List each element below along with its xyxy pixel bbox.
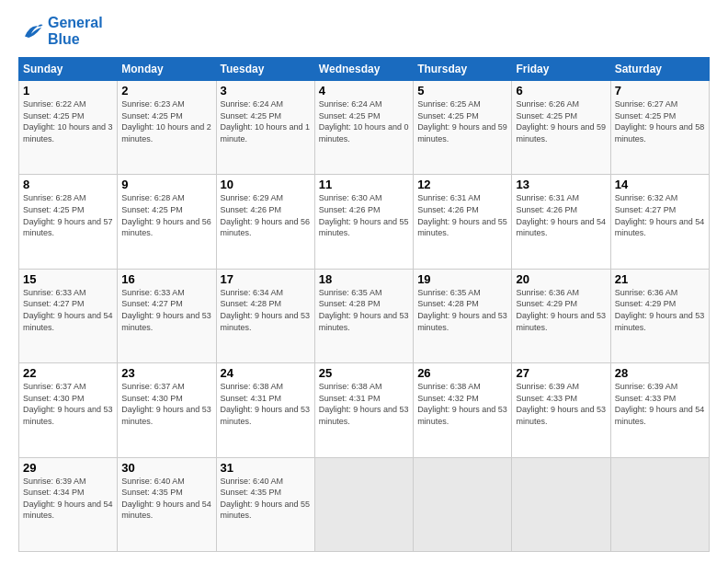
calendar-week-1: 1 Sunrise: 6:22 AMSunset: 4:25 PMDayligh… <box>19 81 710 175</box>
weekday-header-monday: Monday <box>118 58 216 81</box>
day-info: Sunrise: 6:33 AMSunset: 4:27 PMDaylight:… <box>23 288 113 332</box>
day-info: Sunrise: 6:40 AMSunset: 4:35 PMDaylight:… <box>221 477 311 521</box>
calendar-cell: 28 Sunrise: 6:39 AMSunset: 4:33 PMDaylig… <box>610 363 709 457</box>
day-info: Sunrise: 6:29 AMSunset: 4:26 PMDaylight:… <box>221 193 311 237</box>
day-info: Sunrise: 6:35 AMSunset: 4:28 PMDaylight:… <box>417 288 507 332</box>
day-number: 2 <box>121 84 211 98</box>
calendar-cell: 17 Sunrise: 6:34 AMSunset: 4:28 PMDaylig… <box>216 269 314 362</box>
day-number: 9 <box>121 178 211 191</box>
day-number: 22 <box>23 366 113 380</box>
day-info: Sunrise: 6:36 AMSunset: 4:29 PMDaylight:… <box>516 288 606 332</box>
day-info: Sunrise: 6:34 AMSunset: 4:28 PMDaylight:… <box>221 288 311 332</box>
calendar-cell: 23 Sunrise: 6:37 AMSunset: 4:30 PMDaylig… <box>118 363 216 457</box>
calendar-week-2: 8 Sunrise: 6:28 AMSunset: 4:25 PMDayligh… <box>19 175 710 269</box>
calendar-cell: 1 Sunrise: 6:22 AMSunset: 4:25 PMDayligh… <box>19 81 118 175</box>
calendar-table: SundayMondayTuesdayWednesdayThursdayFrid… <box>18 57 710 552</box>
calendar-cell: 14 Sunrise: 6:32 AMSunset: 4:27 PMDaylig… <box>610 175 709 269</box>
day-info: Sunrise: 6:24 AMSunset: 4:25 PMDaylight:… <box>221 99 311 144</box>
day-info: Sunrise: 6:37 AMSunset: 4:30 PMDaylight:… <box>121 382 211 426</box>
calendar-cell: 18 Sunrise: 6:35 AMSunset: 4:28 PMDaylig… <box>314 269 413 362</box>
calendar-cell: 29 Sunrise: 6:39 AMSunset: 4:34 PMDaylig… <box>19 457 118 551</box>
calendar-cell: 26 Sunrise: 6:38 AMSunset: 4:32 PMDaylig… <box>414 363 512 457</box>
calendar-cell: 15 Sunrise: 6:33 AMSunset: 4:27 PMDaylig… <box>19 269 118 362</box>
calendar-week-3: 15 Sunrise: 6:33 AMSunset: 4:27 PMDaylig… <box>19 269 710 362</box>
logo-icon <box>18 18 44 44</box>
header: General Blue <box>18 15 710 48</box>
day-info: Sunrise: 6:31 AMSunset: 4:26 PMDaylight:… <box>417 193 507 237</box>
day-number: 1 <box>23 84 113 98</box>
calendar-cell <box>314 457 413 551</box>
day-number: 7 <box>615 84 705 98</box>
day-info: Sunrise: 6:38 AMSunset: 4:32 PMDaylight:… <box>417 382 507 426</box>
day-number: 10 <box>221 178 311 191</box>
calendar-cell: 10 Sunrise: 6:29 AMSunset: 4:26 PMDaylig… <box>216 175 314 269</box>
day-info: Sunrise: 6:22 AMSunset: 4:25 PMDaylight:… <box>23 99 113 144</box>
day-number: 16 <box>121 272 211 286</box>
calendar-cell: 19 Sunrise: 6:35 AMSunset: 4:28 PMDaylig… <box>414 269 512 362</box>
calendar-cell: 6 Sunrise: 6:26 AMSunset: 4:25 PMDayligh… <box>512 81 610 175</box>
logo: General Blue <box>18 15 103 48</box>
weekday-header-saturday: Saturday <box>610 58 709 81</box>
day-number: 25 <box>319 366 409 380</box>
day-number: 24 <box>221 366 311 380</box>
day-number: 3 <box>221 84 311 98</box>
calendar-cell: 24 Sunrise: 6:38 AMSunset: 4:31 PMDaylig… <box>216 363 314 457</box>
day-info: Sunrise: 6:30 AMSunset: 4:26 PMDaylight:… <box>319 193 409 237</box>
day-info: Sunrise: 6:38 AMSunset: 4:31 PMDaylight:… <box>221 382 311 426</box>
day-number: 14 <box>615 178 705 191</box>
day-number: 12 <box>417 178 507 191</box>
day-number: 31 <box>221 461 311 475</box>
day-number: 8 <box>23 178 113 191</box>
day-number: 30 <box>121 461 211 475</box>
day-info: Sunrise: 6:25 AMSunset: 4:25 PMDaylight:… <box>417 99 507 144</box>
day-info: Sunrise: 6:39 AMSunset: 4:33 PMDaylight:… <box>516 382 606 426</box>
calendar-week-4: 22 Sunrise: 6:37 AMSunset: 4:30 PMDaylig… <box>19 363 710 457</box>
calendar-week-5: 29 Sunrise: 6:39 AMSunset: 4:34 PMDaylig… <box>19 457 710 551</box>
day-info: Sunrise: 6:36 AMSunset: 4:29 PMDaylight:… <box>615 288 705 332</box>
day-number: 29 <box>23 461 113 475</box>
page: General Blue SundayMondayTuesdayWednesda… <box>0 0 728 563</box>
day-number: 23 <box>121 366 211 380</box>
day-number: 11 <box>319 178 409 191</box>
day-number: 20 <box>516 272 606 286</box>
calendar-cell: 11 Sunrise: 6:30 AMSunset: 4:26 PMDaylig… <box>314 175 413 269</box>
weekday-header-tuesday: Tuesday <box>216 58 314 81</box>
calendar-cell: 9 Sunrise: 6:28 AMSunset: 4:25 PMDayligh… <box>118 175 216 269</box>
day-number: 17 <box>221 272 311 286</box>
calendar-cell: 3 Sunrise: 6:24 AMSunset: 4:25 PMDayligh… <box>216 81 314 175</box>
calendar-cell: 12 Sunrise: 6:31 AMSunset: 4:26 PMDaylig… <box>414 175 512 269</box>
day-number: 26 <box>417 366 507 380</box>
calendar-cell: 20 Sunrise: 6:36 AMSunset: 4:29 PMDaylig… <box>512 269 610 362</box>
calendar-cell: 13 Sunrise: 6:31 AMSunset: 4:26 PMDaylig… <box>512 175 610 269</box>
calendar-cell <box>414 457 512 551</box>
weekday-header-sunday: Sunday <box>19 58 118 81</box>
day-info: Sunrise: 6:39 AMSunset: 4:33 PMDaylight:… <box>615 382 705 426</box>
calendar-cell: 5 Sunrise: 6:25 AMSunset: 4:25 PMDayligh… <box>414 81 512 175</box>
weekday-header-thursday: Thursday <box>414 58 512 81</box>
day-number: 13 <box>516 178 606 191</box>
weekday-header-friday: Friday <box>512 58 610 81</box>
calendar-cell: 2 Sunrise: 6:23 AMSunset: 4:25 PMDayligh… <box>118 81 216 175</box>
day-info: Sunrise: 6:35 AMSunset: 4:28 PMDaylight:… <box>319 288 409 332</box>
day-info: Sunrise: 6:23 AMSunset: 4:25 PMDaylight:… <box>121 99 211 144</box>
calendar-cell: 25 Sunrise: 6:38 AMSunset: 4:31 PMDaylig… <box>314 363 413 457</box>
day-number: 28 <box>615 366 705 380</box>
day-number: 15 <box>23 272 113 286</box>
calendar-cell: 31 Sunrise: 6:40 AMSunset: 4:35 PMDaylig… <box>216 457 314 551</box>
day-number: 5 <box>417 84 507 98</box>
logo-text: General Blue <box>48 15 103 48</box>
calendar-cell: 30 Sunrise: 6:40 AMSunset: 4:35 PMDaylig… <box>118 457 216 551</box>
day-number: 21 <box>615 272 705 286</box>
calendar-cell: 8 Sunrise: 6:28 AMSunset: 4:25 PMDayligh… <box>19 175 118 269</box>
day-info: Sunrise: 6:33 AMSunset: 4:27 PMDaylight:… <box>121 288 211 332</box>
day-info: Sunrise: 6:39 AMSunset: 4:34 PMDaylight:… <box>23 477 113 521</box>
calendar-cell <box>512 457 610 551</box>
calendar-cell: 21 Sunrise: 6:36 AMSunset: 4:29 PMDaylig… <box>610 269 709 362</box>
day-info: Sunrise: 6:38 AMSunset: 4:31 PMDaylight:… <box>319 382 409 426</box>
day-info: Sunrise: 6:32 AMSunset: 4:27 PMDaylight:… <box>615 193 705 237</box>
day-info: Sunrise: 6:26 AMSunset: 4:25 PMDaylight:… <box>516 99 606 144</box>
day-info: Sunrise: 6:27 AMSunset: 4:25 PMDaylight:… <box>615 99 705 144</box>
day-info: Sunrise: 6:37 AMSunset: 4:30 PMDaylight:… <box>23 382 113 426</box>
day-number: 18 <box>319 272 409 286</box>
day-info: Sunrise: 6:40 AMSunset: 4:35 PMDaylight:… <box>121 477 211 521</box>
